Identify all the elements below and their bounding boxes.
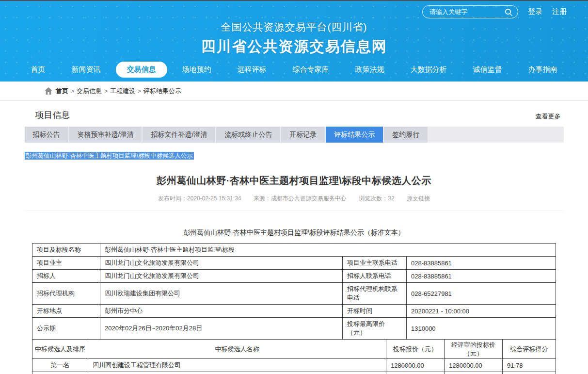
page-title: 项目信息 [35, 109, 70, 121]
cell-label: 开标时间 [342, 305, 406, 318]
tab-prequalification-addendum[interactable]: 资格预审补遗/澄清 [69, 127, 142, 143]
breadcrumb-home[interactable]: 首页 [56, 87, 68, 96]
table-row: 招标人 四川龙门山文化旅游发展有限公司 招标人联系电话 028-83885861 [32, 270, 556, 283]
breadcrumb-separator: > [71, 88, 74, 95]
nav-item-guide[interactable]: 办事指南 [517, 62, 569, 78]
cell-value: 彭州市分中心 [100, 305, 342, 318]
breadcrumb-trade-info[interactable]: 交易信息 [77, 87, 102, 96]
main-content: 项目信息 查看更多 招标公告 资格预审补遗/澄清 招标文件补遗/澄清 流标或终止… [25, 101, 564, 374]
article-meta: 发布时间：2020-02-25 15:31:34 来源：成都市公共资源交易服务中… [25, 195, 564, 211]
cell-label: 项目业主联系电话 [342, 257, 406, 270]
cell-value: 028-83885861 [406, 270, 556, 283]
site-titles: 全国公共资源交易平台(四川省) 四川省公共资源交易信息网 [0, 1, 588, 57]
source: 来源：成都市公共资源交易服务中心 [254, 195, 347, 202]
site-title: 四川省公共资源交易信息网 [0, 37, 588, 57]
view-more-link[interactable]: 查看更多 [536, 112, 561, 121]
table-row: 项目及标段名称 彭州葛仙山林野·杏林中医主题村项目监理\标段 [32, 244, 556, 257]
cell-label: 开标地点 [32, 305, 100, 318]
nav-item-home[interactable]: 首页 [20, 62, 57, 78]
column-header: 中标候选人及排序 [32, 340, 88, 359]
cell-candidate-name: 四川同创建设工程管理有限公司 [88, 359, 386, 372]
breadcrumb-separator: > [104, 88, 108, 95]
section-head: 项目信息 查看更多 [25, 101, 564, 127]
nav-item-venue-booking[interactable]: 场地预约 [171, 62, 222, 78]
cell-label: 招标人 [32, 270, 100, 283]
site-header: 登录 注册 全国公共资源交易平台(四川省) 四川省公共资源交易信息网 首页 新闻… [0, 0, 588, 81]
nav-item-policies[interactable]: 政策法规 [344, 62, 396, 78]
table-row: 第一名 四川同创建设工程管理有限公司 1280000.00 1280000.00… [32, 359, 556, 372]
cell-value: 四川欧瑞建设集团有限公司 [100, 283, 342, 305]
result-table-caption: 彭州葛仙山林野·杏林中医主题村项目监理\标段评标结果公示（标准文本） [25, 228, 564, 237]
table-row: 第二名 四川兢业工程项目管理有限公司 1285000.00 1285000.00… [32, 372, 556, 374]
cell-label: 项目及标段名称 [32, 244, 100, 257]
tab-evaluation-result[interactable]: 评标结果公示 [326, 127, 383, 143]
view-count: 浏览次数：32 [359, 195, 394, 202]
table-row: 项目业主 四川龙门山文化旅游发展有限公司 项目业主联系电话 028-838858… [32, 257, 556, 270]
cell-label: 招标人联系电话 [342, 270, 406, 283]
breadcrumb-construction[interactable]: 工程建设 [110, 87, 135, 96]
table-header-row: 中标候选人及排序 中标候选人名称 投标报价（元） 经评审的投标价（元） 综合评标… [32, 340, 556, 359]
cell-label: 招标代理机构 [32, 283, 100, 305]
column-header: 综合评标得分 [503, 340, 556, 359]
tab-bid-opening-record[interactable]: 开标记录 [281, 127, 325, 143]
table-row: 开标地点 彭州市分中心 开标时间 20200221 - 10:00:00 [32, 305, 556, 318]
cell-value: 四川龙门山文化旅游发展有限公司 [100, 257, 342, 270]
table-row: 招标代理机构 四川欧瑞建设集团有限公司 招标代理机构联系电话 028-65227… [32, 283, 556, 305]
cell-score: 90.52 [503, 372, 556, 374]
main-nav: 首页 新闻资讯 交易信息 场地预约 远程评标 综合专家库 政策法规 大数据分析 … [0, 62, 588, 78]
column-header: 经评审的投标价（元） [445, 340, 503, 359]
cell-value: 028-65227981 [406, 283, 556, 305]
cell-label: 招标代理机构联系电话 [342, 283, 406, 305]
cell-value: 彭州葛仙山林野·杏林中医主题村项目监理\标段 [100, 244, 556, 257]
cell-bid-price: 1280000.00 [386, 359, 445, 372]
cell-evaluated-price: 1285000.00 [445, 372, 503, 374]
column-header: 中标候选人名称 [88, 340, 386, 359]
publish-time: 发布时间：2020-02-25 15:31:34 [158, 195, 241, 202]
nav-item-integrity[interactable]: 诚信监督 [462, 62, 513, 78]
cell-rank: 第一名 [32, 359, 88, 372]
nav-item-trade-info[interactable]: 交易信息 [116, 62, 167, 78]
original-link[interactable]: 原文链接 [407, 195, 430, 202]
table-row: 公示期 2020年02月26日~2020年02月28日 投标最高限价（元） 13… [32, 318, 556, 340]
cell-label: 公示期 [32, 318, 100, 340]
cell-value: 20200221 - 10:00:00 [406, 305, 556, 318]
cell-value: 028-83885861 [406, 257, 556, 270]
cell-bid-price: 1285000.00 [386, 372, 445, 374]
nav-item-expert-pool[interactable]: 综合专家库 [282, 62, 340, 78]
cell-value: 四川龙门山文化旅游发展有限公司 [100, 270, 342, 283]
project-info-table: 项目及标段名称 彭州葛仙山林野·杏林中医主题村项目监理\标段 项目业主 四川龙门… [32, 243, 556, 340]
article-title: 彭州葛仙山林野·杏林中医主题村项目监理\标段中标候选人公示 [25, 174, 564, 187]
cell-evaluated-price: 1280000.00 [445, 359, 503, 372]
nav-item-remote-evaluation[interactable]: 远程评标 [226, 62, 278, 78]
cell-candidate-name: 四川兢业工程项目管理有限公司 [88, 372, 386, 374]
cell-label: 投标最高限价（元） [342, 318, 406, 340]
home-icon[interactable] [45, 87, 52, 95]
breadcrumb-separator: > [138, 88, 141, 95]
cell-value: 2020年02月26日~2020年02月28日 [100, 318, 342, 340]
announcement-list-item-label[interactable]: 彭州葛仙山林野·杏林中医主题村项目监理\标段中标候选人公示 [25, 152, 194, 160]
tab-bid-document-addendum[interactable]: 招标文件补遗/澄清 [143, 127, 215, 143]
announcement-list-item[interactable]: 彭州葛仙山林野·杏林中医主题村项目监理\标段中标候选人公示 [25, 151, 564, 160]
tab-bid-announcement[interactable]: 招标公告 [25, 127, 68, 143]
site-subtitle: 全国公共资源交易平台(四川省) [0, 20, 588, 34]
column-header: 投标报价（元） [386, 340, 445, 359]
breadcrumb: 首页 > 交易信息 > 工程建设 > 评标结果公示 [0, 81, 588, 101]
nav-item-news[interactable]: 新闻资讯 [61, 62, 112, 78]
candidates-table: 中标候选人及排序 中标候选人名称 投标报价（元） 经评审的投标价（元） 综合评标… [32, 339, 556, 374]
tab-failed-or-terminated[interactable]: 流标或终止公告 [216, 127, 280, 143]
breadcrumb-result-publicity[interactable]: 评标结果公示 [143, 87, 181, 96]
cell-rank: 第二名 [32, 372, 88, 374]
cell-value: 1310000 [406, 318, 556, 340]
nav-item-bigdata[interactable]: 大数据分析 [399, 62, 458, 78]
tab-strip: 招标公告 资格预审补遗/澄清 招标文件补遗/澄清 流标或终止公告 开标记录 评标… [25, 127, 564, 143]
tab-contract-performance[interactable]: 签约履行 [384, 127, 428, 143]
cell-score: 91.78 [503, 359, 556, 372]
cell-label: 项目业主 [32, 257, 100, 270]
